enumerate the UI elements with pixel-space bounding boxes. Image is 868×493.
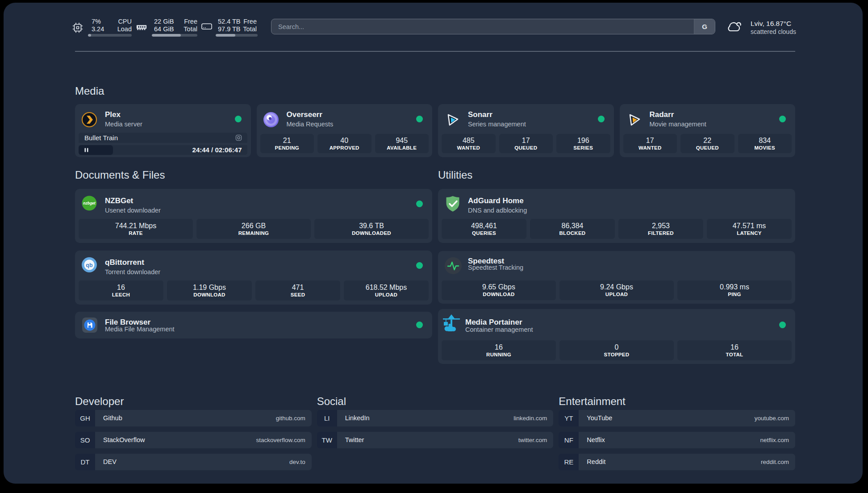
overseerr-title: Overseerr	[287, 110, 322, 119]
search-provider-button[interactable]: G	[694, 19, 715, 34]
disk-free: 52.4 TB	[218, 18, 241, 25]
mem-label-2: Total	[184, 25, 197, 33]
overseerr-subtitle: Media Requests	[287, 121, 334, 128]
radarr-icon	[626, 112, 642, 128]
nzbget-icon: nzbget	[81, 195, 97, 211]
weather-widget[interactable]: Lviv, 16.87°C scattered clouds	[725, 19, 796, 36]
overseerr-status-dot	[416, 116, 423, 122]
bookmarks-developer: Developer GH Githubgithub.com SO StackOv…	[75, 395, 312, 470]
plex-now-playing: Bullet Train	[79, 133, 247, 143]
disk-widget: 52.4 TB97.9 TB FreeTotal	[201, 18, 258, 37]
section-title-social: Social	[317, 395, 554, 408]
section-title-media: Media	[75, 85, 795, 97]
qbittorrent-status-dot	[416, 262, 423, 269]
cpu-label-2: Load	[117, 25, 132, 33]
sonarr-stat-series: 196SERIES	[556, 134, 610, 153]
sonarr-title: Sonarr	[468, 110, 492, 119]
portainer-status-dot	[779, 322, 786, 328]
speedtest-subtitle: Speedtest Tracking	[468, 264, 523, 271]
search-bar: G	[271, 19, 715, 34]
filebrowser-icon	[81, 317, 97, 333]
portainer-card[interactable]: Media Portainer Container management 16R…	[438, 309, 795, 364]
topbar: 7%3.24 CPULoad 22 GiB64 GiB	[71, 18, 795, 38]
nzbget-stat-remaining: 266 GBREMAINING	[196, 219, 311, 239]
cpu-percent: 7%	[92, 18, 104, 25]
overseerr-stat-pending: 21PENDING	[260, 134, 314, 153]
radarr-card[interactable]: Radarr Movie management 17WANTED 22QUEUE…	[620, 104, 796, 157]
bookmark-reddit[interactable]: RE Redditreddit.com	[559, 454, 795, 470]
cpu-icon	[71, 21, 84, 37]
radarr-title: Radarr	[650, 110, 674, 119]
adguard-subtitle: DNS and adblocking	[468, 207, 527, 214]
radarr-status-dot	[779, 116, 786, 122]
qbittorrent-stat-seed: 471SEED	[255, 280, 340, 301]
portainer-stat-total: 16TOTAL	[677, 340, 792, 360]
bookmark-stackoverflow[interactable]: SO StackOverflowstackoverflow.com	[75, 432, 312, 448]
speedtest-stat-ping: 0.993 msPING	[677, 280, 792, 300]
mem-label-1: Free	[184, 18, 197, 25]
adguard-stat-filtered: 2,953FILTERED	[618, 219, 703, 239]
topbar-divider	[75, 51, 795, 52]
qbittorrent-stat-upload: 618.52 MbpsUPLOAD	[344, 280, 429, 301]
plex-pause-button[interactable]	[79, 145, 113, 155]
filebrowser-card[interactable]: File Browser Media File Management	[75, 312, 432, 338]
media-cards-row: Plex Media server Bullet Train 24:44 / 0…	[75, 104, 795, 157]
bookmark-linkedin[interactable]: LI LinkedInlinkedin.com	[317, 410, 554, 426]
bookmark-github[interactable]: GH Githubgithub.com	[75, 410, 312, 426]
sonarr-status-dot	[598, 116, 605, 122]
bookmark-netflix[interactable]: NF Netflixnetflix.com	[559, 432, 795, 448]
overseerr-card[interactable]: Overseerr Media Requests 21PENDING 40APP…	[257, 104, 433, 157]
adguard-stat-blocked: 86,384BLOCKED	[530, 219, 615, 239]
section-title-developer: Developer	[75, 395, 312, 408]
sonarr-icon	[444, 112, 460, 128]
adguard-card[interactable]: AdGuard Home DNS and adblocking 498,461Q…	[438, 189, 795, 243]
plex-status-dot	[235, 116, 242, 122]
nzbget-title: NZBGet	[105, 196, 133, 205]
portainer-stat-running: 16RUNNING	[442, 340, 556, 360]
documents-column: Documents & Files nzbget NZBGet Usenet d…	[75, 169, 432, 364]
plex-track-name: Bullet Train	[84, 134, 118, 142]
qbittorrent-subtitle: Torrent downloader	[105, 268, 160, 276]
memory-progress	[152, 34, 197, 37]
utilities-column: Utilities AdGuard Home DNS and adblockin…	[438, 169, 795, 364]
bookmark-dev[interactable]: DT DEVdev.to	[75, 454, 312, 470]
cpu-load: 3.24	[92, 25, 104, 33]
bookmark-youtube[interactable]: YT YouTubeyoutube.com	[559, 410, 795, 426]
section-title-utilities: Utilities	[438, 169, 795, 181]
radarr-stat-movies: 834MOVIES	[738, 134, 792, 153]
plex-view-icon[interactable]	[235, 134, 242, 141]
plex-subtitle: Media server	[105, 121, 142, 128]
portainer-subtitle: Container management	[465, 326, 533, 333]
speedtest-icon	[444, 257, 460, 273]
qbittorrent-card[interactable]: qb qBittorrent Torrent downloader 16LEEC…	[75, 251, 432, 305]
section-title-entertainment: Entertainment	[559, 395, 795, 408]
speedtest-stat-upload: 9.24 GbpsUPLOAD	[559, 280, 674, 300]
overseerr-icon	[263, 112, 279, 128]
speedtest-card[interactable]: Speedtest Speedtest Tracking 9.65 GbpsDO…	[438, 251, 795, 304]
adguard-stat-queries: 498,461QUERIES	[442, 219, 526, 239]
qbittorrent-title: qBittorrent	[105, 258, 144, 267]
portainer-stat-stopped: 0STOPPED	[559, 340, 674, 360]
portainer-icon	[442, 313, 458, 330]
cpu-widget: 7%3.24 CPULoad	[71, 18, 132, 37]
search-input[interactable]	[271, 19, 694, 34]
qbittorrent-stat-download: 1.19 GbpsDOWNLOAD	[167, 280, 252, 301]
nzbget-card[interactable]: nzbget NZBGet Usenet downloader 744.21 M…	[75, 189, 432, 243]
dashboard-panel: 7%3.24 CPULoad 22 GiB64 GiB	[4, 3, 863, 484]
sonarr-stat-queued: 17QUEUED	[499, 134, 553, 153]
cpu-progress	[88, 34, 132, 37]
resource-widgets: 7%3.24 CPULoad 22 GiB64 GiB	[71, 18, 258, 37]
radarr-subtitle: Movie management	[650, 121, 706, 128]
cloud-icon	[725, 19, 743, 36]
plex-card[interactable]: Plex Media server Bullet Train 24:44 / 0…	[75, 104, 251, 157]
plex-progress-row: 24:44 / 02:06:47	[79, 145, 247, 155]
memory-widget: 22 GiB64 GiB FreeTotal	[136, 18, 197, 37]
weather-condition: scattered clouds	[751, 28, 796, 36]
plex-title: Plex	[105, 110, 121, 119]
qbittorrent-icon: qb	[81, 257, 97, 273]
plex-time: 24:44 / 02:06:47	[192, 146, 242, 154]
bookmark-twitter[interactable]: TW Twittertwitter.com	[317, 432, 554, 448]
sonarr-card[interactable]: Sonarr Series management 485WANTED 17QUE…	[438, 104, 614, 157]
overseerr-stat-available: 945AVAILABLE	[375, 134, 429, 153]
section-title-documents: Documents & Files	[75, 169, 432, 181]
